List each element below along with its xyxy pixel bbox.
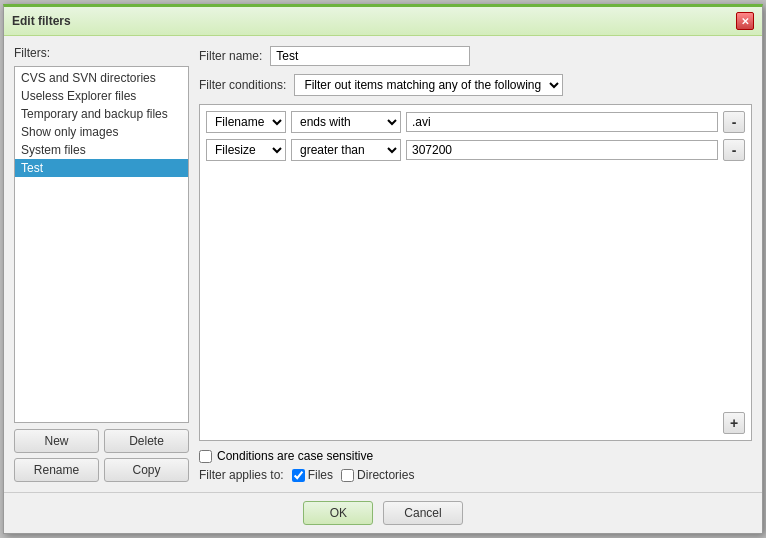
filter-conditions-row: Filter conditions: Filter out items matc… — [199, 74, 752, 96]
remove-condition-1-button[interactable]: - — [723, 111, 745, 133]
rename-button[interactable]: Rename — [14, 458, 99, 482]
applies-files-checkbox[interactable] — [292, 469, 305, 482]
condition-value-2[interactable] — [406, 140, 718, 160]
filter-applies-row: Filter applies to: Files Directories — [199, 468, 752, 482]
filter-item-cvs-svn[interactable]: CVS and SVN directories — [15, 69, 188, 87]
copy-button[interactable]: Copy — [104, 458, 189, 482]
edit-filters-dialog: Edit filters ✕ Filters: CVS and SVN dire… — [3, 4, 763, 534]
title-bar: Edit filters ✕ — [4, 7, 762, 36]
left-buttons: New Delete Rename Copy — [14, 429, 189, 482]
left-panel: Filters: CVS and SVN directories Useless… — [14, 46, 189, 482]
add-condition-button[interactable]: + — [723, 412, 745, 434]
conditions-box: Filename Filesize Directory Attribute en… — [199, 104, 752, 441]
filter-applies-label: Filter applies to: — [199, 468, 284, 482]
condition-value-1[interactable] — [406, 112, 718, 132]
close-button[interactable]: ✕ — [736, 12, 754, 30]
filter-item-show-images[interactable]: Show only images — [15, 123, 188, 141]
btn-row-2: Rename Copy — [14, 458, 189, 482]
filter-name-row: Filter name: — [199, 46, 752, 66]
applies-directories-label: Directories — [357, 468, 414, 482]
condition-row-1: Filename Filesize Directory Attribute en… — [206, 111, 745, 133]
applies-files-label: Files — [308, 468, 333, 482]
filter-conditions-select[interactable]: Filter out items matching any of the fol… — [294, 74, 563, 96]
filter-item-system-files[interactable]: System files — [15, 141, 188, 159]
filter-name-input[interactable] — [270, 46, 470, 66]
filter-item-useless-explorer[interactable]: Useless Explorer files — [15, 87, 188, 105]
bottom-section: Conditions are case sensitive Filter app… — [199, 449, 752, 482]
window-title: Edit filters — [12, 14, 71, 28]
content-area: Filters: CVS and SVN directories Useless… — [4, 36, 762, 492]
close-icon: ✕ — [741, 16, 749, 27]
filter-name-label: Filter name: — [199, 49, 262, 63]
condition-type-2[interactable]: Filename Filesize Directory Attribute — [206, 139, 286, 161]
filter-conditions-label: Filter conditions: — [199, 78, 286, 92]
filter-item-test[interactable]: Test — [15, 159, 188, 177]
filters-label: Filters: — [14, 46, 189, 60]
condition-operator-2[interactable]: greater than less than equals — [291, 139, 401, 161]
condition-operator-1[interactable]: ends with starts with contains matches — [291, 111, 401, 133]
remove-condition-2-button[interactable]: - — [723, 139, 745, 161]
case-sensitive-label: Conditions are case sensitive — [217, 449, 373, 463]
delete-button[interactable]: Delete — [104, 429, 189, 453]
cancel-button[interactable]: Cancel — [383, 501, 462, 525]
condition-type-1[interactable]: Filename Filesize Directory Attribute — [206, 111, 286, 133]
ok-button[interactable]: OK — [303, 501, 373, 525]
applies-directories-checkbox[interactable] — [341, 469, 354, 482]
right-panel: Filter name: Filter conditions: Filter o… — [199, 46, 752, 482]
filter-item-temp-backup[interactable]: Temporary and backup files — [15, 105, 188, 123]
title-bar-controls: ✕ — [736, 12, 754, 30]
condition-row-2: Filename Filesize Directory Attribute gr… — [206, 139, 745, 161]
filter-list[interactable]: CVS and SVN directories Useless Explorer… — [14, 66, 189, 423]
new-button[interactable]: New — [14, 429, 99, 453]
case-sensitive-checkbox[interactable] — [199, 450, 212, 463]
case-sensitive-row: Conditions are case sensitive — [199, 449, 752, 463]
btn-row-1: New Delete — [14, 429, 189, 453]
applies-directories-item: Directories — [341, 468, 414, 482]
add-condition-container: + — [723, 412, 745, 434]
dialog-footer: OK Cancel — [4, 492, 762, 533]
applies-files-item: Files — [292, 468, 333, 482]
